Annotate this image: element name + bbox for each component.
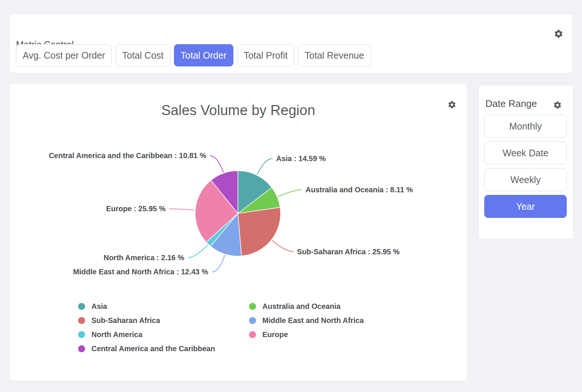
pie-label-australia-and-oceania: Australia and Oceania : 8.11 % [305,186,413,194]
pie-label-asia: Asia : 14.59 % [276,154,326,163]
metric-button-total-profit[interactable]: Total Profit [237,44,294,66]
legend-item-sub-saharan-africa[interactable]: Sub-Saharan Africa [78,316,249,324]
pie-label-line-europe [169,209,195,210]
dashboard-page: Metric Control Avg. Cost per OrderTotal … [0,0,582,392]
metric-button-total-cost[interactable]: Total Cost [116,44,170,66]
legend-dot-icon [78,331,85,338]
pie-label-line-australia-and-oceania [278,190,302,197]
date-range-button-group: MonthlyWeek DateWeeklyYear [484,115,567,218]
date-range-button-week-date[interactable]: Week Date [484,141,567,164]
pie-label-middle-east-and-north-africa: Middle East and North Africa : 12.43 % [73,268,208,276]
legend-item-label: Central America and the Caribbean [91,344,215,353]
legend-item-middle-east-and-north-africa[interactable]: Middle East and North Africa [249,316,364,324]
sales-volume-chart-card: Sales Volume by Region Asia : 14.59 %Aus… [10,84,467,381]
metric-button-total-order[interactable]: Total Order [174,44,233,66]
legend-dot-icon [249,303,256,310]
date-range-card: Date Range MonthlyWeek DateWeeklyYear [479,85,573,239]
legend-item-label: Europe [262,330,288,339]
date-range-button-weekly[interactable]: Weekly [484,168,567,191]
metric-control-gear-icon[interactable] [554,29,563,39]
metric-button-group: Avg. Cost per OrderTotal CostTotal Order… [16,44,371,66]
legend-item-label: North America [91,330,142,339]
date-range-button-monthly[interactable]: Monthly [484,115,567,138]
date-range-title: Date Range [485,98,537,110]
legend-dot-icon [78,303,85,310]
legend-dot-icon [78,317,85,324]
legend-item-label: Asia [91,302,107,311]
pie-label-line-north-america [188,245,208,258]
legend-item-central-america-and-the-caribbean[interactable]: Central America and the Caribbean [78,344,249,353]
legend-dot-icon [249,331,256,338]
metric-button-total-revenue[interactable]: Total Revenue [298,44,371,66]
pie-label-north-america: North America : 2.16 % [104,254,184,262]
legend-item-label: Middle East and North Africa [262,316,364,325]
pie-label-central-america-and-the-caribbean: Central America and the Caribbean : 10.8… [49,151,206,160]
pie-label-line-asia [257,159,272,174]
legend-dot-icon [78,345,85,352]
pie-chart: Asia : 14.59 %Australia and Oceania : 8.… [10,84,467,294]
date-range-button-year[interactable]: Year [484,195,567,218]
legend-item-label: Australia and Oceania [262,302,340,311]
legend-item-north-america[interactable]: North America [78,330,249,339]
pie-label-line-central-america-and-the-caribbean [210,156,223,172]
date-range-gear-icon[interactable] [553,101,562,110]
pie-label-europe: Europe : 25.95 % [106,205,165,213]
legend-item-australia-and-oceania[interactable]: Australia and Oceania [249,302,364,310]
metric-button-avg-cost-per-order[interactable]: Avg. Cost per Order [16,44,112,66]
metric-control-card: Metric Control Avg. Cost per OrderTotal … [10,14,572,73]
legend-item-europe[interactable]: Europe [249,330,364,339]
pie-label-line-middle-east-and-north-africa [212,255,225,272]
legend-dot-icon [249,317,256,324]
chart-legend: AsiaAustralia and OceaniaSub-Saharan Afr… [78,302,364,353]
pie-label-sub-saharan-africa: Sub-Saharan Africa : 25.95 % [297,248,400,256]
legend-item-asia[interactable]: Asia [78,302,249,310]
legend-item-label: Sub-Saharan Africa [91,316,160,325]
pie-label-line-sub-saharan-africa [272,241,294,252]
pie-slice-sub-saharan-africa[interactable] [238,207,281,256]
